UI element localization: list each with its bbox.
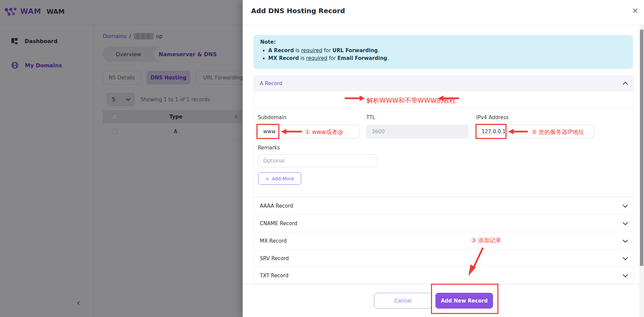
plus-icon: + bbox=[266, 176, 270, 181]
red-arrow-left-icon bbox=[438, 95, 459, 101]
remarks-label: Remarks bbox=[258, 145, 280, 151]
red-arrow-left-icon bbox=[281, 129, 302, 135]
screen: WAM WAM Dashboard My Domains ‹ Domains /… bbox=[0, 0, 644, 317]
note-line: A Record is required for URL Forwarding. bbox=[268, 47, 626, 55]
chevron-up-icon bbox=[623, 81, 628, 87]
chevron-down-icon bbox=[623, 203, 628, 208]
subdomain-label: Subdomain bbox=[258, 114, 286, 120]
header-divider bbox=[243, 25, 644, 25]
modal-scrollbar-thumb[interactable] bbox=[640, 30, 643, 266]
close-icon[interactable]: ✕ bbox=[632, 6, 638, 15]
note-heading: Note: bbox=[260, 39, 626, 45]
remarks-input[interactable] bbox=[258, 154, 377, 167]
accordion-a-record[interactable]: A Record bbox=[253, 75, 634, 91]
cancel-button[interactable]: Cancel bbox=[374, 293, 432, 309]
red-arrow-left-icon bbox=[508, 129, 528, 135]
red-arrow-right-icon bbox=[345, 95, 365, 101]
add-more-label: Add More bbox=[272, 176, 294, 181]
section-divider bbox=[253, 108, 634, 108]
subdomain-highlight-box bbox=[256, 124, 279, 139]
add-dns-record-modal: Add DNS Hosting Record ✕ Note: A Record … bbox=[243, 0, 644, 317]
ipv4-annotation: ② 您的服务器IP地址 bbox=[532, 128, 584, 136]
chevron-down-icon bbox=[623, 272, 628, 278]
ipv4-label: IPv4 Address bbox=[476, 114, 509, 120]
add-more-button[interactable]: + Add More bbox=[258, 172, 301, 185]
note-box: Note: A Record is required for URL Forwa… bbox=[253, 35, 633, 69]
a-record-panel bbox=[253, 91, 634, 197]
accordion-txt-record[interactable]: TXT Record bbox=[253, 267, 634, 284]
chevron-down-icon bbox=[623, 238, 628, 243]
red-arrow-diagonal-icon bbox=[468, 246, 485, 277]
ipv4-highlight-box bbox=[476, 124, 507, 139]
chevron-down-icon bbox=[623, 220, 628, 225]
accordion-cname-record[interactable]: CNAME Record bbox=[253, 214, 634, 232]
modal-title: Add DNS Hosting Record bbox=[251, 7, 345, 15]
add-record-annotation: ③ 添加记录 bbox=[471, 237, 501, 244]
note-list: A Record is required for URL Forwarding.… bbox=[260, 47, 626, 63]
accordion-aaaa-record[interactable]: AAAA Record bbox=[253, 197, 634, 214]
note-line: MX Record is required for Email Forwardi… bbox=[268, 55, 626, 62]
accordion-srv-record[interactable]: SRV Record bbox=[253, 249, 634, 267]
accordion-label: A Record bbox=[260, 80, 282, 86]
submit-highlight-box bbox=[431, 284, 498, 314]
accordion-mx-record[interactable]: MX Record bbox=[253, 232, 634, 249]
chevron-down-icon bbox=[623, 255, 628, 260]
subdomain-annotation: ① www或者@ bbox=[305, 128, 343, 136]
ttl-input[interactable] bbox=[366, 125, 468, 138]
ttl-label: TTL bbox=[366, 114, 375, 120]
